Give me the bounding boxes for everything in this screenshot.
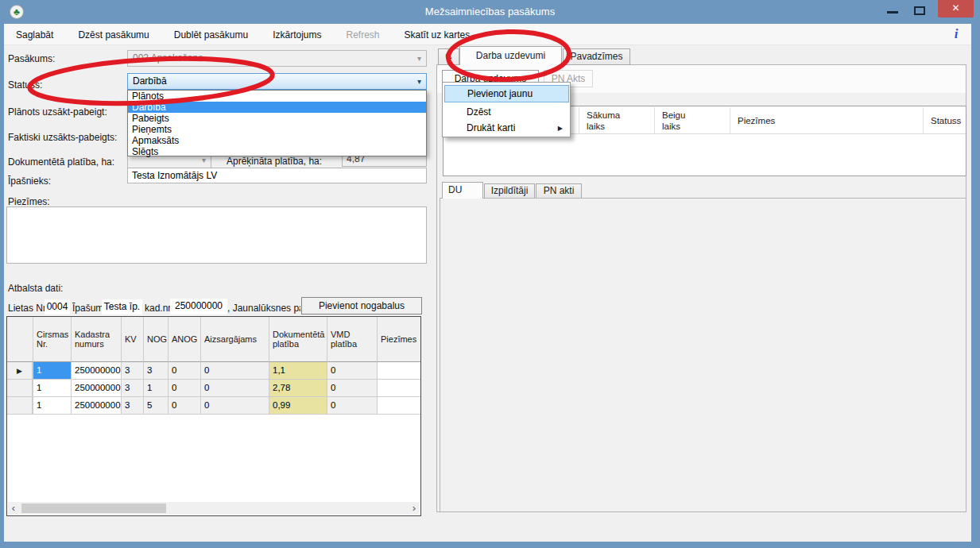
row-arrow-icon: ▶ — [17, 367, 22, 375]
table-cell[interactable]: 3 — [121, 380, 143, 397]
scroll-right-icon[interactable]: › — [409, 502, 420, 515]
table-cell[interactable] — [377, 397, 420, 415]
table-cell[interactable] — [377, 380, 420, 397]
chevron-down-icon: ▾ — [417, 51, 421, 66]
table-cell[interactable]: 5 — [143, 397, 168, 415]
menu-refresh: Refresh — [345, 29, 382, 41]
tab-pn-akti[interactable]: PN akti — [536, 183, 582, 199]
close-button[interactable]: ✕ — [938, 0, 974, 17]
table-cell[interactable]: 1 — [33, 362, 71, 380]
statuss-option-pabeigts[interactable]: Pabeigts — [128, 113, 426, 124]
window-border-right — [971, 24, 980, 548]
col-header-nog[interactable]: NOG — [143, 317, 168, 362]
table-cell[interactable]: 250000000 — [71, 362, 121, 380]
info-icon[interactable]: i — [949, 26, 963, 42]
aprekinata-label: Aprēķināta platība, ha: — [227, 156, 322, 167]
statuss-dropdown-list: Plānots Darbībā Pabeigts Pieņemts Apmaks… — [127, 90, 427, 156]
pievienot-nogabalus-button[interactable]: Pievienot nogabalus — [301, 297, 422, 315]
ipasnieks-field[interactable]: Testa Iznomātājs LV — [127, 168, 427, 183]
table-cell[interactable]: 3 — [121, 362, 143, 380]
app-window: ♣ Mežsaimniecības pasākums ✕ Saglabāt Dz… — [0, 0, 980, 548]
menu-item-drukat-karti[interactable]: Drukāt karti ▶ — [444, 120, 569, 137]
column-separator — [654, 107, 655, 133]
table-cell[interactable]: 0,99 — [269, 397, 327, 415]
menu-dublet-pasakumu[interactable]: Dublēt pasākumu — [172, 29, 250, 41]
table-cell[interactable]: 0 — [168, 397, 200, 415]
maximize-icon — [914, 6, 925, 15]
col-header-piezimes[interactable]: Piezīmes — [738, 115, 775, 126]
table-cell[interactable]: 1 — [33, 380, 71, 397]
statuss-option-planots[interactable]: Plānots — [128, 91, 426, 102]
chevron-down-icon: ▾ — [417, 74, 421, 89]
col-header-kadastra[interactable]: Kadastra numurs — [71, 317, 121, 362]
table-cell[interactable]: 3 — [143, 362, 168, 380]
col-header-kv[interactable]: KV — [121, 317, 143, 362]
col-header-aizsargajams[interactable]: Aizsargājams — [200, 317, 269, 362]
menu-item-dzest[interactable]: Dzēst — [444, 104, 569, 122]
scrollbar-thumb[interactable] — [21, 504, 166, 513]
statuss-option-apmaksats[interactable]: Apmaksāts — [128, 135, 426, 146]
table-cell[interactable]: 0 — [168, 380, 200, 397]
atbalsta-dati-label: Atbalsta dati: — [8, 283, 63, 294]
menu-skatit-uz-kartes[interactable]: Skatīt uz kartes — [403, 29, 472, 41]
piezimes-textarea[interactable] — [6, 206, 427, 264]
close-icon: ✕ — [951, 2, 959, 14]
col-header-piezimes[interactable]: Piezīmes — [377, 317, 420, 362]
table-cell[interactable]: 3 — [121, 397, 143, 415]
table-cell[interactable]: 0 — [200, 397, 269, 415]
lietas-nr-value: 0004 — [45, 299, 70, 315]
col-header-sakuma-laiks[interactable]: Sākuma laiks — [587, 110, 636, 132]
submenu-arrow-icon: ▶ — [558, 120, 563, 137]
table-cell[interactable]: 0 — [200, 380, 269, 397]
col-header-anog[interactable]: ANOG — [168, 317, 200, 362]
table-cell[interactable]: 0 — [327, 380, 377, 397]
table-cell[interactable]: 1 — [143, 380, 168, 397]
tab-c[interactable]: C — [438, 48, 459, 65]
table-cell[interactable]: 0 — [327, 362, 377, 380]
row-selector[interactable] — [7, 380, 33, 397]
tab-izpilditaji[interactable]: Izpildītāji — [484, 183, 535, 199]
tab-du[interactable]: DU — [442, 182, 483, 199]
column-separator — [730, 107, 730, 133]
statuss-option-darbiba[interactable]: Darbībā — [128, 102, 426, 113]
statuss-combobox[interactable]: Darbībā ▾ — [127, 73, 427, 90]
row-selector-header — [7, 317, 33, 362]
horizontal-scrollbar[interactable]: ‹ › — [8, 502, 420, 515]
statuss-option-pienemts[interactable]: Pieņemts — [128, 124, 426, 135]
table-cell[interactable]: 0 — [168, 362, 200, 380]
tab-pavadzimes[interactable]: Pavadzīmes — [563, 48, 630, 65]
tab-darba-uzdevumi[interactable]: Darba uzdevumi — [459, 46, 562, 65]
ipasums-value: Testa īp. — [102, 299, 142, 315]
col-header-dok-platiba[interactable]: Dokumentētā platība — [269, 317, 327, 362]
table-cell[interactable]: 1,1 — [269, 362, 327, 380]
menu-izkartojums[interactable]: Izkārtojums — [271, 29, 323, 41]
window-title: Mežsaimniecības pasākums — [0, 0, 980, 24]
cirsmas-table: Cirsmas Nr. Kadastra numurs KV NOG ANOG … — [6, 316, 421, 516]
context-menu: Pievienot jaunu Dzēst Drukāt karti ▶ — [442, 82, 571, 137]
col-header-vmd-platiba[interactable]: VMD platība — [327, 317, 377, 362]
table-cell[interactable]: 2,78 — [269, 380, 327, 397]
table-cell[interactable]: 0 — [327, 397, 377, 415]
col-header-cirsmas[interactable]: Cirsmas Nr. — [33, 317, 71, 362]
col-header-statuss[interactable]: Statuss — [931, 115, 961, 126]
minimize-button[interactable] — [884, 0, 908, 21]
statuss-option-slegts[interactable]: Slēgts — [128, 146, 426, 157]
dokumenteta-label: Dokumentētā platība, ha: — [8, 156, 114, 168]
table-cell[interactable]: 250000000 — [71, 397, 121, 415]
maximize-button[interactable] — [911, 0, 933, 21]
table-cell[interactable] — [377, 362, 420, 380]
pagasts-label: , Jaunalūksnes pa — [227, 303, 300, 314]
table-cell[interactable]: 0 — [200, 362, 269, 380]
statuss-value: Darbībā — [133, 75, 167, 87]
col-header-beigu-laiks[interactable]: Beigu laiks — [662, 110, 706, 132]
menu-item-pievienot-jaunu[interactable]: Pievienot jaunu — [444, 85, 569, 102]
pasakums-value: 002 Apsekošana — [133, 52, 203, 64]
table-cell[interactable]: 250000000 — [71, 380, 121, 397]
table-cell[interactable]: 1 — [33, 397, 71, 415]
menu-dzest-pasakumu[interactable]: Dzēst pasākumu — [76, 29, 150, 41]
row-selector[interactable] — [7, 397, 33, 415]
column-separator — [923, 107, 924, 133]
menu-saglabat[interactable]: Saglabāt — [14, 29, 55, 41]
row-selector[interactable]: ▶ — [7, 362, 33, 380]
scroll-left-icon[interactable]: ‹ — [8, 502, 19, 515]
